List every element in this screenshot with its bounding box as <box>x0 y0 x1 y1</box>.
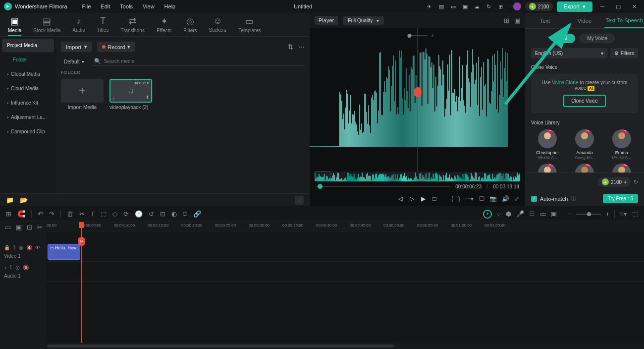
tab-video[interactable]: Video <box>565 13 604 28</box>
video-track-header[interactable]: 🔒1◎🔇👁 Video 1 <box>0 242 47 262</box>
voice-clone-link[interactable]: Voice Clone <box>552 80 578 85</box>
grid-icon[interactable]: ⊞ <box>504 17 509 24</box>
play-pause-button[interactable]: ▷ <box>410 195 414 202</box>
voice-derek[interactable]: NEW Derek Middle-A... <box>568 164 601 173</box>
razor-icon[interactable]: ✂ <box>37 224 43 231</box>
zoom-out-icon[interactable]: − <box>400 33 403 39</box>
track-opt1-icon[interactable]: ▭ <box>5 224 11 231</box>
history-icon[interactable]: ↻ <box>485 2 493 10</box>
shield-icon[interactable]: ⬢ <box>506 210 511 218</box>
volume-icon[interactable]: 🔊 <box>502 195 509 202</box>
timeline-zoom-slider[interactable] <box>576 214 601 215</box>
ai-button[interactable]: ✦ <box>483 210 492 219</box>
record-button[interactable]: Record▾ <box>97 42 135 52</box>
menu-tools[interactable]: Tools <box>115 1 138 11</box>
redo-button[interactable]: ↷ <box>49 210 54 218</box>
mark-out-icon[interactable]: } <box>458 195 460 202</box>
track-opt3-icon[interactable]: ⊡ <box>27 224 32 231</box>
timeline-playhead[interactable]: ✂ <box>81 222 82 343</box>
list-icon[interactable]: ☰ <box>529 210 535 218</box>
waveform-area[interactable]: − + <box>310 28 525 172</box>
scrub-track[interactable] <box>316 186 450 187</box>
clock-button[interactable]: 🕐 <box>135 210 143 218</box>
timeline-playhead-handle[interactable]: ✂ <box>78 237 85 246</box>
display-icon[interactable]: 🖵 <box>479 195 484 202</box>
more-icon[interactable]: ⋯ <box>298 43 305 51</box>
sidebar-influence-kit[interactable]: ▸Influence Kit <box>2 96 54 110</box>
menu-edit[interactable]: Edit <box>96 1 115 11</box>
player-label[interactable]: Player <box>315 16 338 25</box>
voice-amanda[interactable]: NEW Amanda Young En... <box>568 129 601 160</box>
tab-media[interactable]: ▣Media <box>8 16 21 36</box>
sidebar-cloud-media[interactable]: ▸Cloud Media <box>2 82 54 95</box>
mask-button[interactable]: ◐ <box>171 210 177 218</box>
tab-stickers[interactable]: ☺Stickers <box>209 16 227 36</box>
scrub-thumb[interactable] <box>318 184 322 189</box>
voice-christopher[interactable]: NEW Christopher Middle-A... <box>531 129 564 160</box>
mixer-icon[interactable]: ⬚ <box>632 210 638 218</box>
mini-waveform[interactable] <box>315 172 520 181</box>
tab-audio[interactable]: ♪Audio <box>72 16 85 36</box>
collapse-button[interactable]: ‹ <box>295 196 304 205</box>
mark-in-icon[interactable]: { <box>451 195 453 202</box>
clone-voice-button[interactable]: Clone Voice <box>563 95 605 107</box>
video-track[interactable]: ▭Hello. How ... <box>47 242 644 262</box>
info-icon[interactable]: ⓘ <box>571 195 576 202</box>
timeline-clip[interactable]: ▭Hello. How ... <box>48 244 80 260</box>
capture-icon[interactable]: 📷 <box>489 195 497 202</box>
filters-button[interactable]: ⚙Filters <box>610 48 638 58</box>
keyframe-button[interactable]: ◇ <box>112 210 117 218</box>
language-dropdown[interactable]: English (US)▾ <box>531 48 607 58</box>
sidebar-project-media[interactable]: Project Media <box>2 39 54 52</box>
pill-all[interactable]: All <box>554 34 575 43</box>
tab-templates[interactable]: ▭Templates <box>238 16 261 36</box>
close-button[interactable]: ✕ <box>628 1 640 11</box>
tts-credits[interactable]: ⬥ 2100 + <box>598 177 631 187</box>
automatch-checkbox[interactable]: ✓ <box>531 196 537 202</box>
timeline-scrollbar[interactable] <box>0 343 644 349</box>
sidebar-global-media[interactable]: ▸Global Media <box>2 67 54 81</box>
folder-icon[interactable]: 📁 <box>6 196 14 204</box>
zoom-slider[interactable] <box>408 35 428 36</box>
export-button[interactable]: Export ▾ <box>557 1 592 12</box>
timeline-tracks[interactable]: 00:0000:00:05:0000:00:10:0000:00:15:0000… <box>47 222 644 343</box>
default-dropdown[interactable]: Default▾ <box>61 58 87 66</box>
view-mode-icon[interactable]: ≡▾ <box>620 210 627 218</box>
sidebar-compound-clip[interactable]: ▸Compound Clip <box>2 125 54 138</box>
target-icon[interactable]: ◎ <box>15 265 20 270</box>
tab-filters[interactable]: ◎Filters <box>183 16 197 36</box>
mute-icon[interactable]: 🔇 <box>23 265 29 270</box>
link-button[interactable]: 🔗 <box>193 210 201 218</box>
delete-button[interactable]: 🗑 <box>67 210 73 218</box>
snapshot-icon[interactable]: ▣ <box>514 17 520 24</box>
menu-view[interactable]: View <box>138 1 160 11</box>
track-opt2-icon[interactable]: ▣ <box>16 224 22 231</box>
next-frame-button[interactable]: ▶ <box>421 195 426 202</box>
tab-text-to-speech[interactable]: Text To Speech <box>604 13 644 28</box>
mini-selection[interactable] <box>315 172 330 181</box>
image-icon[interactable]: ▣ <box>461 2 469 10</box>
avatar-icon[interactable] <box>513 2 521 10</box>
menu-file[interactable]: File <box>77 1 96 11</box>
audio-track-header[interactable]: ♪1◎🔇 Audio 1 <box>0 262 47 282</box>
visibility-icon[interactable]: 👁 <box>35 245 40 250</box>
tab-stock-media[interactable]: ▤Stock Media <box>33 16 60 36</box>
import-button[interactable]: Import▾ <box>61 42 92 52</box>
aspect-icon[interactable]: ▭▾ <box>465 195 474 202</box>
tab-transitions[interactable]: ⇄Transitions <box>120 16 145 36</box>
zoom-in-timeline[interactable]: + <box>606 210 610 218</box>
zoom-in-icon[interactable]: + <box>431 33 434 39</box>
voice-emma[interactable]: NEW Emma Middle-A... <box>605 129 638 160</box>
menu-help[interactable]: Help <box>160 1 181 11</box>
prev-frame-button[interactable]: ◁ <box>398 195 403 202</box>
import-media-card[interactable]: + <box>61 79 104 103</box>
tab-titles[interactable]: TTitles <box>97 16 109 36</box>
playhead-handle[interactable] <box>414 87 422 97</box>
audio-track[interactable] <box>47 262 644 282</box>
stop-button[interactable]: □ <box>432 195 436 202</box>
marker-icon[interactable]: ▣ <box>551 210 557 218</box>
timeline-ruler[interactable]: 00:0000:00:05:0000:00:10:0000:00:15:0000… <box>47 222 644 232</box>
add-clip-button[interactable]: + <box>146 94 149 101</box>
refresh-icon[interactable]: ↻ <box>634 179 638 185</box>
target-icon[interactable]: ◎ <box>19 245 23 250</box>
